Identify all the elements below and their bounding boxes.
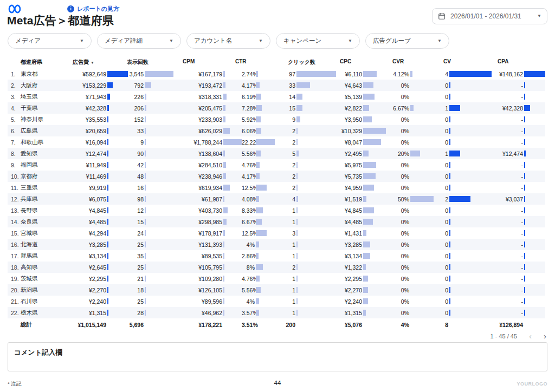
data-bar: [223, 185, 230, 191]
data-bar: [449, 287, 450, 293]
date-range-value: 2026/01/01 - 2026/01/31: [450, 12, 521, 20]
filter-adgroup[interactable]: 広告グループ▼: [365, 33, 449, 49]
data-bar: [524, 310, 525, 316]
filter-campaign[interactable]: キャンペーン▼: [276, 33, 360, 49]
cell-spend: ¥4,294: [68, 227, 128, 239]
data-bar: [449, 298, 450, 304]
bar-zone: [409, 239, 434, 250]
cell-impr: 35: [128, 250, 173, 262]
cell-value: 3: [275, 230, 295, 237]
bar-zone: [295, 319, 336, 331]
report-help-link[interactable]: i レポートの見方: [67, 5, 119, 13]
cell-value: 1: [434, 105, 448, 112]
cell-value: ¥89,596: [173, 298, 222, 305]
bar-zone: [409, 148, 434, 159]
data-bar: [223, 241, 224, 247]
chevron-down-icon: ▼: [169, 39, 173, 43]
cell-prefecture: 新潟県: [21, 286, 68, 294]
col-header-spend[interactable]: 広告費▼: [73, 58, 94, 66]
col-header-label: クリック数: [288, 58, 315, 66]
cell-cpa: -: [492, 262, 545, 273]
filter-media[interactable]: メディア▼: [8, 33, 92, 49]
bar-zone: [523, 102, 545, 114]
bar-zone: [255, 227, 275, 239]
col-header-clicks[interactable]: クリック数: [288, 58, 315, 66]
cell-value: -: [492, 185, 523, 191]
data-bar: [449, 151, 460, 156]
data-bar: [107, 253, 108, 259]
data-bar: [524, 116, 525, 122]
col-header-cpa[interactable]: CPA: [498, 58, 508, 64]
bar-zone: [295, 136, 336, 148]
cell-value: 50%: [386, 196, 409, 202]
data-bar: [296, 310, 298, 316]
bar-zone: [144, 136, 173, 148]
cell-impr: 25: [128, 239, 173, 250]
row-rank: 11.: [8, 185, 21, 191]
col-header-cpc[interactable]: CPC: [340, 58, 351, 64]
bar-zone: [448, 193, 492, 205]
bar-zone: [255, 171, 275, 182]
cell-value: 1: [275, 298, 295, 305]
bar-zone: [222, 193, 242, 205]
col-header-cpm[interactable]: CPM: [183, 58, 195, 64]
cell-value: ¥318,331: [173, 94, 222, 100]
bar-zone: [448, 114, 492, 125]
chevron-right-icon[interactable]: ›: [544, 332, 546, 340]
data-bar: [256, 219, 262, 225]
col-header-label: CPC: [340, 58, 351, 64]
cell-value: -: [492, 264, 523, 271]
data-bar: [449, 71, 492, 77]
bar-zone: [362, 182, 386, 193]
cell-cv: 0: [434, 296, 492, 307]
bar-zone: [106, 102, 128, 114]
cell-value: 0: [434, 253, 448, 259]
comment-box[interactable]: コメント記入欄: [8, 342, 547, 371]
table-row: 8.愛知県¥12,47490¥138,6045.56%5¥2,49520%1¥1…: [8, 148, 545, 159]
data-bar: [107, 139, 108, 145]
data-bar: [145, 82, 151, 88]
cell-cpc: ¥10,329: [336, 125, 386, 136]
cell-value: 0%: [386, 173, 409, 180]
cell-value: -: [492, 219, 523, 225]
filter-label: キャンペーン: [283, 37, 321, 45]
cell-cvr: 4.12%: [386, 68, 434, 80]
bar-zone: [362, 102, 386, 114]
col-header-impr[interactable]: 表示回数: [127, 58, 149, 66]
row-rank: 13.: [8, 207, 21, 214]
cell-value: 33: [275, 82, 295, 89]
bar-zone: [362, 159, 386, 171]
row-rank: 17.: [8, 253, 21, 259]
col-header-ctr[interactable]: CTR: [235, 58, 247, 64]
data-bar: [107, 128, 108, 134]
data-bar: [363, 241, 370, 247]
cell-value: 4.17%: [242, 173, 255, 180]
cell-cvr: 0%: [386, 114, 434, 125]
bar-zone: [255, 125, 275, 136]
cell-value: 2.86%: [242, 253, 255, 259]
bar-zone: [222, 307, 242, 318]
cell-cpm: ¥403,730: [173, 205, 242, 216]
cell-value: 8%: [242, 264, 255, 271]
info-icon: i: [67, 5, 74, 12]
bar-zone: [106, 262, 128, 273]
cell-ctr: 4.17%: [242, 80, 275, 91]
bar-zone: [448, 182, 492, 193]
col-header-cv[interactable]: CV: [443, 58, 451, 64]
cell-value: 12.5%: [242, 185, 255, 191]
filter-media-detail[interactable]: メディア詳細▼: [97, 33, 181, 49]
filter-account[interactable]: アカウント名▼: [186, 33, 270, 49]
data-bar: [145, 276, 146, 282]
bar-zone: [409, 114, 434, 125]
chevron-left-icon[interactable]: ‹: [529, 332, 532, 340]
date-range-picker[interactable]: 2026/01/01 - 2026/01/31 ▼: [432, 8, 547, 24]
filter-bar: メディア▼メディア詳細▼アカウント名▼キャンペーン▼広告グループ▼: [8, 33, 449, 49]
bar-zone: [362, 284, 386, 296]
data-bar: [363, 264, 366, 270]
col-header-pref[interactable]: 都道府県: [21, 58, 42, 66]
bar-zone: [222, 250, 242, 262]
table-row: 18.高知県¥2,64525¥105,7958%2¥1,3220%0-: [8, 262, 545, 273]
bar-zone: [523, 205, 545, 216]
data-bar: [449, 105, 460, 111]
col-header-cvr[interactable]: CVR: [392, 58, 404, 64]
